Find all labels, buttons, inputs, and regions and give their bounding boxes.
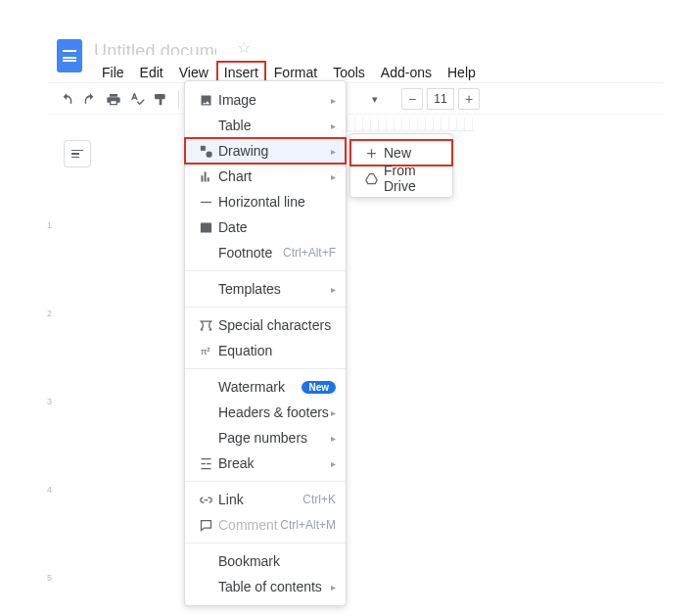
menu-edit[interactable]: Edit: [132, 61, 171, 84]
new-badge: New: [302, 381, 336, 394]
vertical-ruler[interactable]: 1 2 3 4 5: [46, 132, 62, 616]
insert-table[interactable]: Table▸: [185, 113, 346, 138]
insert-headers-footers[interactable]: Headers & footers▸: [185, 400, 346, 425]
insert-watermark[interactable]: Watermark New: [185, 374, 346, 400]
print-icon[interactable]: [102, 88, 125, 112]
font-size-stepper: − 11 +: [401, 88, 480, 110]
break-icon: [195, 456, 216, 471]
ruler-tick: 2: [47, 308, 52, 318]
ruler-tick: 4: [47, 485, 52, 495]
insert-page-numbers[interactable]: Page numbers▸: [185, 425, 346, 450]
svg-text:π²: π²: [200, 346, 209, 355]
font-dropdown[interactable]: ▾: [372, 88, 378, 110]
docs-app-icon[interactable]: [57, 39, 82, 72]
menu-file[interactable]: File: [94, 61, 132, 84]
insert-date[interactable]: Date: [185, 214, 346, 240]
insert-menu: Image▸ Table▸ Drawing▸ Chart▸ Horizontal…: [184, 80, 347, 606]
insert-equation[interactable]: π² Equation: [185, 338, 346, 363]
insert-special-characters[interactable]: Special characters: [185, 312, 346, 338]
insert-image[interactable]: Image▸: [185, 87, 346, 113]
toolbar-separator: [178, 91, 179, 109]
star-icon[interactable]: ☆: [237, 38, 251, 57]
menu-separator: [185, 543, 346, 544]
header-divider: [47, 82, 664, 83]
insert-link[interactable]: Link Ctrl+K: [185, 487, 346, 512]
horizontal-line-icon: [195, 195, 216, 210]
redo-icon[interactable]: [78, 88, 102, 112]
menu-separator: [185, 307, 346, 308]
toolbar-divider: [47, 114, 664, 115]
svg-rect-2: [200, 201, 210, 202]
ruler-tick: 3: [47, 397, 52, 406]
calendar-icon: [195, 220, 216, 235]
insert-bookmark[interactable]: Bookmark: [185, 548, 346, 574]
insert-drawing[interactable]: Drawing▸: [185, 138, 346, 164]
font-size-decrease[interactable]: −: [401, 88, 423, 110]
insert-chart[interactable]: Chart▸: [185, 164, 346, 189]
comment-icon: [195, 518, 216, 533]
svg-point-1: [206, 151, 211, 157]
menu-help[interactable]: Help: [440, 61, 484, 84]
menu-separator: [185, 368, 346, 369]
insert-footnote[interactable]: Footnote Ctrl+Alt+F: [185, 240, 346, 265]
drawing-submenu: New From Drive: [349, 133, 453, 198]
menu-separator: [185, 270, 346, 271]
menu-addons[interactable]: Add-ons: [373, 61, 440, 84]
insert-table-of-contents[interactable]: Table of contents▸: [185, 574, 346, 599]
pi-icon: π²: [195, 344, 216, 358]
font-size-increase[interactable]: +: [458, 88, 480, 110]
ruler-tick: 1: [47, 220, 52, 230]
menu-separator: [185, 481, 346, 482]
insert-break[interactable]: Break▸: [185, 450, 346, 476]
insert-comment: Comment Ctrl+Alt+M: [185, 512, 346, 538]
ruler-tick: 5: [47, 573, 52, 583]
document-title[interactable]: Untitled document: [94, 39, 216, 60]
document-outline-button[interactable]: [64, 140, 91, 167]
insert-templates[interactable]: Templates▸: [185, 276, 346, 302]
drawing-icon: [195, 144, 216, 159]
font-size-value[interactable]: 11: [427, 88, 454, 110]
drawing-from-drive[interactable]: From Drive: [350, 166, 452, 191]
svg-rect-0: [200, 145, 205, 150]
omega-icon: [195, 318, 216, 333]
undo-icon[interactable]: [55, 88, 78, 112]
horizontal-ruler[interactable]: [347, 118, 474, 131]
drive-icon: [360, 171, 382, 186]
link-icon: [195, 493, 216, 507]
toolbar: [55, 87, 185, 113]
paint-format-icon[interactable]: [149, 88, 172, 112]
spellcheck-icon[interactable]: [125, 88, 149, 112]
plus-icon: [360, 146, 382, 161]
chart-icon: [195, 169, 216, 184]
insert-horizontal-line[interactable]: Horizontal line: [185, 189, 346, 214]
image-icon: [195, 93, 216, 108]
